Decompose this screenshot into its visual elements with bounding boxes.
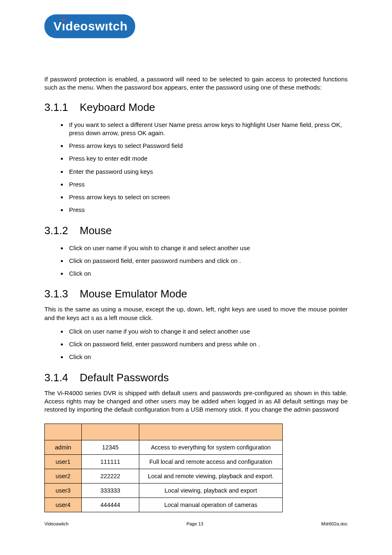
list-item: Press arrow keys to select Password fiel…	[67, 140, 348, 152]
list-item: Click on password field, enter password …	[67, 338, 348, 351]
logo: Vıdeoswıtch	[44, 14, 135, 38]
cell-password: 444444	[82, 498, 139, 512]
heading-default-passwords: 3.1.4Default Passwords	[44, 371, 348, 384]
cell-rights: Access to everything for system configur…	[139, 440, 283, 455]
heading-mouse: 3.1.2Mouse	[44, 224, 348, 237]
cell-rights: Local and remote viewing, playback and e…	[139, 469, 283, 484]
page-footer: Videoswitch Page 13 Mdr602a.doc	[44, 521, 348, 526]
cell-user: user3	[45, 484, 82, 498]
heading-num: 3.1.4	[44, 371, 80, 384]
table-header	[45, 424, 82, 440]
logo-text-rest: deoswıtch	[65, 19, 127, 33]
mouse-emulator-paragraph: This is the same as using a mouse, excep…	[44, 305, 348, 322]
list-item: Click on user name if you wish to change…	[67, 325, 348, 338]
cell-user: user1	[45, 455, 82, 469]
heading-mouse-emulator: 3.1.3Mouse Emulator Mode	[44, 288, 348, 300]
cell-password: 12345	[82, 440, 139, 455]
logo-text-mid: ı	[62, 19, 66, 33]
cell-user: admin	[45, 440, 82, 455]
cell-user: user4	[45, 498, 82, 512]
intro-paragraph: If password protection is enabled, a pas…	[44, 75, 348, 92]
footer-center: Page 13	[187, 521, 203, 526]
list-item: Press key to enter edit mode	[67, 152, 348, 165]
table-row: user1 111111 Full local and remote acces…	[45, 455, 283, 469]
cell-rights: Local manual operation of cameras	[139, 498, 283, 512]
heading-num: 3.1.3	[44, 288, 80, 300]
keyboard-mode-list: If you want to select a different User N…	[44, 119, 348, 217]
cell-password: 111111	[82, 455, 139, 469]
heading-num: 3.1.1	[44, 101, 80, 114]
mouse-emulator-list: Click on user name if you wish to change…	[44, 325, 348, 364]
table-header	[82, 424, 139, 440]
cell-password: 333333	[82, 484, 139, 498]
list-item: Press	[67, 178, 348, 191]
table-row: user4 444444 Local manual operation of c…	[45, 498, 283, 512]
table-row: user2 222222 Local and remote viewing, p…	[45, 469, 283, 484]
table-header-row	[45, 424, 283, 440]
heading-title: Mouse Emulator Mode	[80, 288, 187, 300]
list-item: Click on	[67, 267, 348, 280]
list-item: Press arrow keys to select on screen	[67, 191, 348, 204]
list-item: Click on	[67, 351, 348, 364]
list-item: Enter the password using keys	[67, 166, 348, 178]
heading-title: Mouse	[80, 224, 112, 237]
heading-keyboard-mode: 3.1.1Keyboard Mode	[44, 101, 348, 114]
mouse-list: Click on user name if you wish to change…	[44, 242, 348, 281]
table-header	[139, 424, 283, 440]
default-passwords-paragraph: The Vi-R4000 series DVR is shipped with …	[44, 389, 348, 414]
cell-user: user2	[45, 469, 82, 484]
cell-password: 222222	[82, 469, 139, 484]
table-row: user3 333333 Local viewing, playback and…	[45, 484, 283, 498]
list-item: Press	[67, 204, 348, 216]
table-row: admin 12345 Access to everything for sys…	[45, 440, 283, 455]
list-item: Click on password field, enter password …	[67, 255, 348, 267]
cell-rights: Full local and remote access and configu…	[139, 455, 283, 469]
list-item: Click on user name if you wish to change…	[67, 242, 348, 255]
passwords-table: admin 12345 Access to everything for sys…	[44, 424, 283, 512]
logo-text-pre: V	[53, 19, 62, 33]
footer-right: Mdr602a.doc	[321, 521, 348, 526]
heading-num: 3.1.2	[44, 224, 80, 237]
heading-title: Default Passwords	[80, 371, 169, 384]
cell-rights: Local viewing, playback and export	[139, 484, 283, 498]
list-item: If you want to select a different User N…	[67, 119, 348, 140]
footer-left: Videoswitch	[44, 521, 69, 526]
heading-title: Keyboard Mode	[80, 101, 155, 113]
